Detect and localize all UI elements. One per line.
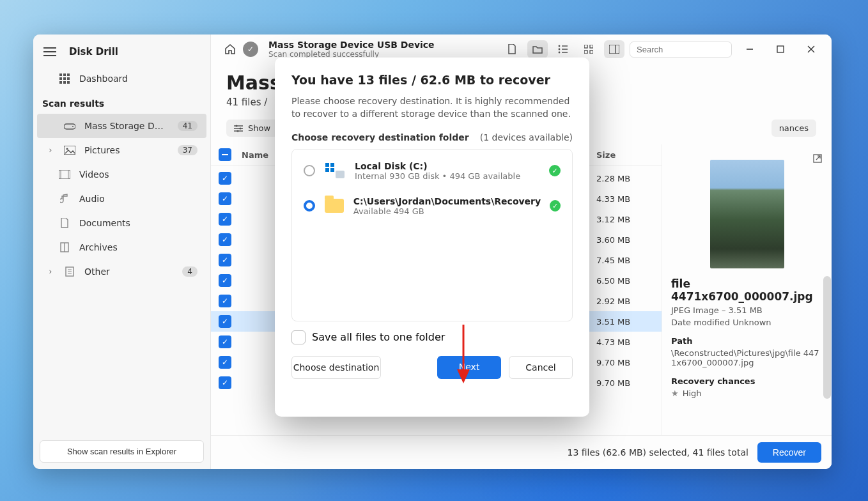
svg-point-24 [559, 49, 561, 50]
destination-local-disk[interactable]: Local Disk (C:) Internal 930 GB disk • 4… [293, 153, 571, 189]
row-checkbox[interactable] [219, 274, 231, 287]
row-checkbox[interactable] [219, 213, 231, 226]
sidebar: Disk Drill Dashboard Scan results Mass S… [33, 35, 211, 469]
svg-rect-8 [67, 81, 70, 84]
svg-rect-14 [59, 170, 61, 179]
preview-filename: file 4471x6700_000007.jpg [671, 277, 823, 303]
home-icon[interactable] [222, 42, 238, 57]
view-list-icon[interactable] [553, 40, 573, 58]
row-checkbox[interactable] [219, 254, 231, 266]
recovery-destination-modal: You have 13 files / 62.6 MB to recover P… [275, 58, 589, 417]
dashboard-icon [59, 73, 70, 84]
row-checkbox[interactable] [219, 192, 231, 205]
svg-point-43 [235, 125, 237, 127]
file-size: 2.28 MB [596, 174, 654, 183]
checkbox-icon[interactable] [291, 330, 306, 344]
other-icon [64, 266, 75, 277]
window-close-button[interactable] [798, 40, 824, 58]
next-button[interactable]: Next [437, 356, 501, 379]
sidebar-section-scan-results: Scan results [33, 91, 210, 114]
row-checkbox[interactable] [219, 356, 231, 369]
sidebar-item-label: Dashboard [79, 73, 198, 84]
choose-folder-label: Choose recovery destination folder [291, 132, 469, 143]
count-badge: 37 [178, 145, 198, 155]
window-minimize-button[interactable] [737, 40, 763, 58]
sidebar-item-documents[interactable]: Documents [37, 211, 206, 235]
destination-list: Local Disk (C:) Internal 930 GB disk • 4… [291, 149, 573, 321]
search-field[interactable] [637, 45, 744, 54]
column-size[interactable]: Size [596, 150, 654, 160]
filter-chances[interactable]: nances [771, 119, 816, 137]
sidebar-item-device[interactable]: Mass Storage Device USB... 41 [37, 114, 206, 138]
row-checkbox[interactable] [219, 172, 231, 185]
recover-button[interactable]: Recover [757, 442, 821, 463]
destination-recovery-folder[interactable]: C:\Users\Jordan\Documents\Recovery Avail… [293, 189, 571, 224]
file-size: 9.70 MB [596, 358, 654, 367]
view-folder-icon[interactable] [527, 40, 548, 58]
filter-show[interactable]: Show [226, 119, 278, 137]
status-text: 13 files (62.6 MB) selected, 41 files to… [568, 447, 748, 458]
file-size: 9.70 MB [596, 378, 654, 388]
svg-rect-30 [584, 50, 587, 54]
column-name[interactable]: Name [242, 150, 274, 160]
sidebar-item-other[interactable]: › Other 4 [37, 259, 206, 284]
svg-rect-5 [67, 77, 70, 80]
row-checkbox[interactable] [219, 335, 231, 348]
preview-path-label: Path [671, 336, 823, 346]
titlebar-title: Mass Storage Device USB Device [268, 40, 435, 50]
view-preview-icon[interactable] [604, 40, 624, 58]
sidebar-item-dashboard[interactable]: Dashboard [37, 66, 206, 91]
svg-rect-3 [59, 77, 62, 80]
sidebar-item-label: Other [84, 266, 173, 277]
sidebar-item-pictures[interactable]: › Pictures 37 [37, 138, 206, 162]
svg-rect-4 [63, 77, 66, 80]
document-icon [59, 217, 70, 229]
svg-point-22 [559, 45, 561, 47]
cancel-button[interactable]: Cancel [509, 356, 573, 379]
preview-modified: Date modified Unknown [671, 318, 823, 327]
choose-destination-button[interactable]: Choose destination [291, 356, 381, 379]
scrollbar-thumb[interactable] [823, 276, 831, 399]
file-size: 3.60 MB [596, 235, 654, 245]
picture-icon [64, 144, 75, 156]
chevron-right-icon: › [46, 146, 55, 155]
sidebar-item-audio[interactable]: Audio [37, 187, 206, 211]
save-all-checkbox-row[interactable]: Save all files to one folder [291, 330, 573, 344]
menu-icon[interactable] [43, 47, 56, 56]
sidebar-item-videos[interactable]: Videos [37, 162, 206, 187]
radio-icon[interactable] [304, 165, 315, 176]
filter-label: nances [779, 123, 809, 133]
file-size: 7.45 MB [596, 256, 654, 265]
svg-rect-29 [590, 45, 593, 48]
status-complete-icon: ✓ [243, 42, 258, 57]
popout-icon[interactable] [812, 153, 823, 166]
svg-rect-32 [609, 45, 619, 54]
show-in-explorer-button[interactable]: Show scan results in Explorer [40, 440, 204, 463]
row-checkbox[interactable] [219, 295, 231, 307]
destination-sub: Available 494 GB [353, 206, 541, 216]
svg-rect-7 [63, 81, 66, 84]
drive-icon [64, 120, 75, 132]
radio-icon[interactable] [304, 200, 315, 212]
row-checkbox[interactable] [219, 233, 231, 246]
modal-description: Please choose recovery destination. It i… [291, 95, 573, 121]
svg-point-10 [72, 126, 74, 127]
search-input[interactable] [630, 42, 732, 58]
sliders-icon [234, 125, 243, 132]
view-file-icon[interactable] [502, 40, 522, 58]
select-all-checkbox[interactable] [219, 148, 231, 161]
filter-label: Show [248, 123, 270, 133]
svg-point-44 [239, 127, 241, 129]
destination-sub: Internal 930 GB disk • 494 GB available [355, 171, 540, 181]
window-maximize-button[interactable] [768, 40, 793, 58]
preview-chances: ★High [671, 389, 823, 398]
disk-icon [324, 162, 346, 180]
svg-point-26 [559, 52, 561, 54]
row-checkbox[interactable] [219, 315, 231, 328]
file-size: 3.51 MB [596, 317, 654, 327]
destination-title: C:\Users\Jordan\Documents\Recovery [353, 196, 541, 206]
sidebar-item-archives[interactable]: Archives [37, 235, 206, 259]
view-grid-icon[interactable] [578, 40, 599, 58]
app-title: Disk Drill [69, 46, 118, 58]
row-checkbox[interactable] [219, 376, 231, 389]
